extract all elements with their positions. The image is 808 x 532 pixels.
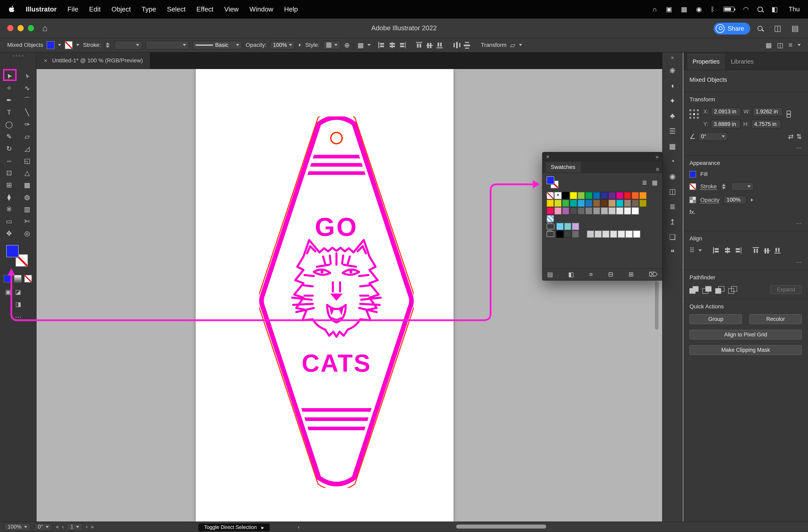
eyedropper-tool[interactable]: ⧫ (0, 191, 18, 203)
artboard-tool[interactable]: ▭ (0, 215, 18, 227)
pathfinder-intersect-icon[interactable] (715, 286, 724, 293)
swatch[interactable] (624, 200, 631, 207)
swatch[interactable] (601, 192, 608, 199)
swatch[interactable] (602, 230, 609, 238)
align-vertical-center-icon[interactable] (764, 247, 770, 253)
expand-panels-icon[interactable]: » (671, 55, 674, 60)
rotation-select[interactable]: 0° (34, 523, 52, 531)
opacity-link[interactable]: Opacity (700, 197, 719, 203)
swatch[interactable] (556, 223, 564, 230)
swatch[interactable] (632, 200, 639, 207)
flip-horizontal-icon[interactable]: ⇄ (788, 133, 794, 140)
stroke-link[interactable]: Stroke (700, 183, 717, 190)
swatch-options-icon[interactable]: ≡ (589, 271, 593, 278)
make-clipping-mask-button[interactable]: Make Clipping Mask (690, 345, 802, 355)
swatch[interactable] (585, 207, 592, 214)
3d-and-materials-panel-icon[interactable]: ❋ (669, 66, 676, 75)
rotate-tool[interactable]: ↻ (0, 143, 18, 155)
stroke-color-swatch[interactable] (65, 41, 73, 49)
share-button[interactable]: Share (714, 23, 750, 35)
swatch[interactable] (601, 207, 608, 214)
swatch[interactable] (562, 200, 569, 207)
width-input[interactable]: 1.9262 in (753, 107, 783, 116)
toolbar-grip[interactable] (0, 55, 36, 57)
distribute-horizontal-icon[interactable] (454, 42, 460, 48)
brush-definition-select[interactable] (146, 41, 189, 50)
slice-tool[interactable]: ✄ (18, 215, 36, 227)
swatch[interactable] (570, 207, 577, 214)
pathfinder-unite-icon[interactable] (690, 286, 698, 293)
line-segment-tool[interactable]: ╲ (18, 106, 36, 118)
swatch[interactable] (564, 230, 571, 238)
asset-export-panel-icon[interactable]: ↥ (669, 218, 676, 226)
snap-grid-icon[interactable]: ▦ (357, 41, 364, 49)
spotlight-icon[interactable] (757, 7, 763, 12)
transform-link[interactable]: Transform (481, 42, 507, 48)
canvas-area[interactable]: GO CATS (37, 69, 662, 521)
recolor-button[interactable]: Recolor (749, 314, 802, 324)
opacity-select[interactable]: 100% (270, 41, 295, 50)
menu-item-select[interactable]: Select (167, 5, 186, 13)
x-input[interactable]: 2.0913 in (711, 107, 741, 116)
horizontal-scrollbar[interactable] (456, 525, 546, 529)
align-right-icon[interactable] (735, 247, 741, 253)
swatch[interactable] (616, 207, 623, 214)
transform-icon[interactable]: ▱ (510, 41, 515, 49)
swatch[interactable] (624, 207, 631, 214)
swatch[interactable] (577, 192, 585, 199)
pen-tool[interactable]: ✒ (0, 94, 18, 106)
swatch-libraries-menu-icon[interactable]: ▤ (547, 271, 553, 278)
stroke-swatch[interactable] (690, 183, 696, 190)
swatch[interactable] (570, 200, 577, 207)
flip-vertical-icon[interactable]: ⇅ (796, 133, 802, 140)
swatch[interactable] (564, 223, 571, 230)
swatch[interactable] (594, 230, 602, 238)
appearance-panel-icon[interactable]: ◖ (670, 82, 675, 90)
menu-item-object[interactable]: Object (111, 5, 131, 13)
comments-panel-icon[interactable]: ❝ (671, 248, 674, 256)
zoom-tool[interactable]: ◎ (18, 227, 36, 239)
chevron-down-icon[interactable] (367, 44, 371, 46)
opacity-panel-arrow-icon[interactable] (751, 198, 753, 202)
screen-mirroring-icon[interactable]: ▣ (666, 5, 672, 13)
swatch[interactable] (593, 207, 600, 214)
transparency-panel-icon[interactable]: ◫ (669, 187, 676, 196)
play-icon[interactable]: ▸ (261, 524, 264, 530)
hand-tool[interactable]: ✥ (0, 227, 18, 239)
align-right-icon[interactable] (399, 42, 406, 48)
menubar-clock[interactable]: Thu (789, 5, 800, 13)
menu-item-file[interactable]: File (68, 5, 78, 13)
menu-item-edit[interactable]: Edit (89, 5, 100, 13)
swatch[interactable] (608, 200, 616, 207)
y-input[interactable]: 3.8889 in (711, 120, 741, 128)
fill-color-swatch[interactable] (47, 41, 54, 49)
blend-tool[interactable]: ◍ (18, 191, 36, 203)
close-panel-icon[interactable]: × (546, 154, 549, 160)
align-vertical-center-icon[interactable] (426, 42, 433, 48)
screen-mode-icon[interactable]: ◨ (15, 301, 21, 308)
align-left-icon[interactable] (713, 247, 720, 253)
chevron-down-icon[interactable] (699, 249, 702, 251)
document-layout-icon[interactable]: ◫ (777, 41, 783, 49)
gradient-panel-icon[interactable]: ◉ (669, 172, 676, 180)
first-artboard-icon[interactable]: « (56, 524, 59, 530)
menu-item-effect[interactable]: Effect (196, 5, 213, 13)
fill-label[interactable]: Fill (700, 171, 708, 177)
symbols-panel-icon[interactable]: ♣ (670, 112, 675, 120)
zoom-select[interactable]: 100% (4, 523, 31, 531)
align-left-icon[interactable] (378, 42, 385, 48)
opacity-panel-arrow-icon[interactable] (299, 43, 301, 46)
grid-view-icon[interactable]: ▦ (652, 179, 658, 186)
color-panel-icon[interactable]: ◔ (670, 157, 675, 166)
align-to-pixel-grid-button[interactable]: Align to Pixel Grid (690, 330, 802, 340)
control-center-icon[interactable]: ◧ (771, 5, 778, 13)
stepper-down-icon[interactable] (722, 187, 726, 189)
apple-menu-icon[interactable] (8, 5, 15, 13)
arrange-windows-icon[interactable]: ◫ (774, 24, 781, 33)
swatch[interactable] (639, 192, 647, 199)
bluetooth-icon[interactable]: ᛒ (711, 5, 715, 13)
opacity-select[interactable]: 100% (723, 195, 746, 204)
swatch[interactable] (570, 192, 577, 199)
graphic-style-select[interactable] (323, 41, 341, 50)
ellipse-tool[interactable]: ◯ (0, 118, 18, 131)
